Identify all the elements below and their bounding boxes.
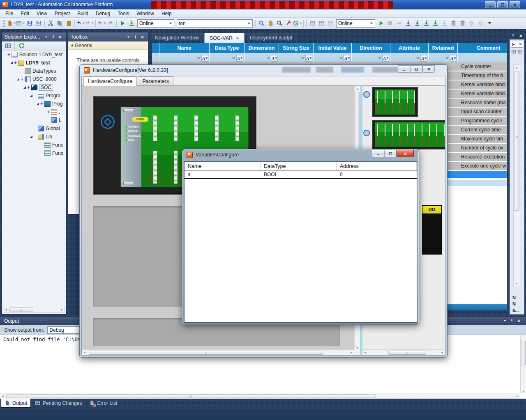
- vars-column-address[interactable]: Address: [337, 162, 417, 170]
- maximize-button[interactable]: [384, 150, 397, 157]
- refresh-button[interactable]: [17, 42, 25, 50]
- build-table-3-button[interactable]: [326, 19, 335, 28]
- module-preview[interactable]: [372, 120, 445, 149]
- step-over-button[interactable]: [413, 19, 422, 28]
- bottom-tab-output[interactable]: Output: [1, 399, 31, 408]
- scroll-down-arrow[interactable]: ▼: [355, 347, 360, 349]
- add-item-button[interactable]: [16, 19, 25, 28]
- run-mode-combo[interactable]: Online: [336, 19, 375, 28]
- start-button[interactable]: [376, 19, 385, 28]
- navigate-backward-button[interactable]: [97, 19, 106, 28]
- font-filter-icon[interactable]: A*: [344, 55, 351, 62]
- online-mode-combo[interactable]: Online: [137, 19, 174, 28]
- pin-icon[interactable]: [509, 318, 515, 324]
- filter-cell-comment[interactable]: A*: [458, 54, 507, 62]
- tree-item-global[interactable]: +Global: [2, 124, 66, 133]
- undo-button[interactable]: [76, 19, 85, 28]
- cut-button[interactable]: [46, 19, 55, 28]
- filter-cell-retained[interactable]: A*: [429, 54, 458, 62]
- sync-button[interactable]: [440, 19, 449, 28]
- column-header-retained[interactable]: Retained: [429, 43, 458, 54]
- copy-button[interactable]: [55, 19, 64, 28]
- pin-icon[interactable]: [510, 33, 516, 39]
- redo-button[interactable]: [85, 19, 94, 28]
- close-icon[interactable]: [518, 33, 524, 39]
- column-header-comment[interactable]: Comment: [458, 43, 507, 54]
- scroll-thumb[interactable]: [9, 308, 33, 312]
- scroll-down-arrow[interactable]: ▼: [521, 390, 526, 393]
- properties-button[interactable]: [4, 42, 12, 50]
- font-filter-icon[interactable]: A*: [382, 55, 389, 62]
- filter-dropdown-icon[interactable]: [378, 57, 381, 59]
- close-icon[interactable]: [516, 318, 522, 324]
- column-header-rowhdr[interactable]: [152, 43, 159, 54]
- output-hscrollbar[interactable]: ◄ ►: [0, 393, 520, 399]
- column-header-initial-value[interactable]: Initial Value: [314, 43, 352, 54]
- close-button[interactable]: [422, 65, 435, 73]
- filter-cell-initial-value[interactable]: A*: [314, 54, 352, 62]
- scroll-down-arrow[interactable]: ▼: [514, 281, 520, 287]
- toolbar-grip[interactable]: [3, 20, 5, 27]
- font-filter-icon[interactable]: A*: [305, 55, 312, 62]
- font-filter-icon[interactable]: A*: [271, 55, 278, 62]
- scroll-thumb[interactable]: [514, 71, 519, 211]
- scroll-up-arrow[interactable]: ▲: [514, 65, 520, 71]
- grid-vscrollbar[interactable]: ▲ ▼: [513, 64, 520, 287]
- font-filter-icon[interactable]: A*: [450, 55, 457, 62]
- close-button[interactable]: [510, 1, 520, 8]
- pin-icon[interactable]: [50, 34, 56, 40]
- menu-window[interactable]: Window: [133, 9, 158, 18]
- paste-button[interactable]: [64, 19, 73, 28]
- output-vscrollbar[interactable]: ▼: [520, 335, 526, 393]
- solution-explorer-hscrollbar[interactable]: ◄ ►: [3, 307, 65, 313]
- history-button[interactable]: [293, 19, 302, 28]
- continue-button[interactable]: [394, 19, 404, 28]
- hw-tab-parameters[interactable]: Parameters: [138, 76, 173, 85]
- quick-search-button[interactable]: [275, 19, 284, 28]
- close-icon[interactable]: [139, 34, 145, 40]
- filter-cell-name[interactable]: A*: [159, 54, 210, 62]
- maximize-button[interactable]: [410, 65, 422, 73]
- build-table-2-button[interactable]: [317, 19, 326, 28]
- scroll-right-arrow[interactable]: ►: [59, 307, 65, 312]
- settings-2-button[interactable]: [476, 19, 485, 28]
- minimize-button[interactable]: [398, 65, 410, 73]
- filter-cell-attribute[interactable]: A*: [390, 54, 429, 62]
- chevron-down-icon[interactable]: [43, 34, 49, 40]
- scroll-left-arrow[interactable]: ◄: [82, 351, 87, 354]
- collapse-all-button[interactable]: [517, 49, 523, 55]
- vars-row[interactable]: aBOOL0: [185, 171, 417, 179]
- settings-1-button[interactable]: [467, 19, 476, 28]
- scroll-left-arrow[interactable]: ◄: [362, 351, 368, 354]
- minimize-button[interactable]: [372, 150, 384, 157]
- filter-cell-dimension[interactable]: A*: [245, 54, 279, 62]
- column-header-string-size[interactable]: String Size: [279, 43, 314, 54]
- find-in-files-button[interactable]: [257, 19, 266, 28]
- maximize-button[interactable]: [497, 1, 508, 8]
- tree-item-[interactable]: +.: [2, 108, 66, 116]
- close-button[interactable]: [397, 150, 414, 157]
- tree-item-datatypes[interactable]: +DataTypes: [2, 67, 66, 75]
- toolbox-group-general[interactable]: General: [68, 41, 148, 50]
- hw-window-titlebar[interactable]: HardwareConfigure[Ver 6.2.0.33]: [80, 65, 447, 76]
- filter-cell-direction[interactable]: A*: [352, 54, 390, 62]
- font-filter-icon[interactable]: A*: [420, 55, 427, 62]
- scroll-thumb[interactable]: [388, 351, 426, 355]
- menu-view[interactable]: View: [33, 9, 51, 18]
- search-box-combo[interactable]: ton: [177, 19, 253, 28]
- tree-item-solution-ldy9-test[interactable]: +Solution 'LDY9_test': [2, 50, 66, 59]
- filter-dropdown-icon[interactable]: [301, 57, 305, 59]
- tree-item-progra[interactable]: +Progra: [2, 92, 66, 100]
- attach-to-process-button[interactable]: [127, 19, 136, 28]
- filter-dropdown-icon[interactable]: [445, 57, 449, 59]
- download-to-device-button[interactable]: [422, 19, 431, 28]
- tree-item-soc[interactable]: +SOC: [2, 83, 66, 92]
- hw-tab-hardwareconfigure[interactable]: HardwareConfigure: [83, 76, 137, 86]
- menu-project[interactable]: Project: [51, 9, 74, 18]
- do-module[interactable]: DO: [422, 205, 442, 255]
- pin-icon[interactable]: [132, 34, 138, 40]
- rack-hscrollbar[interactable]: ◄ ►: [82, 349, 354, 355]
- filter-dropdown-icon[interactable]: [267, 57, 270, 59]
- tree-item-ldy9-test[interactable]: +LDY9_test: [2, 59, 66, 67]
- save-button[interactable]: [25, 19, 34, 28]
